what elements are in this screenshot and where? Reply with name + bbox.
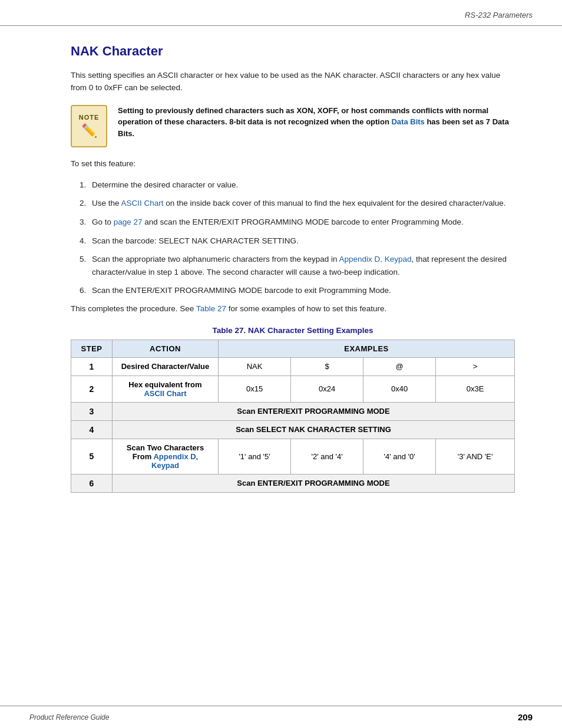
table-row-5: 5 Scan Two Characters From Appendix D, K… [71,439,515,474]
step-1: Determine the desired character or value… [88,179,515,192]
row4-fullspan: Scan SELECT NAK CHARACTER SETTING [113,420,515,439]
table-row-2: 2 Hex equivalent from ASCII Chart 0x15 0… [71,375,515,402]
page27-link[interactable]: page 27 [114,218,143,226]
row2-step: 2 [71,375,113,402]
footer-left: Product Reference Guide [29,713,109,722]
page-header: RS-232 Parameters [0,0,562,26]
row1-ex3: @ [363,357,436,375]
note-box: NOTE ✏️ Setting to previously defined ch… [71,105,515,147]
row5-ex2: '2' and '4' [291,439,363,474]
table-row-4: 4 Scan SELECT NAK CHARACTER SETTING [71,420,515,439]
table-row-6: 6 Scan ENTER/EXIT PROGRAMMING MODE [71,474,515,492]
note-icon-container: NOTE ✏️ [71,105,107,147]
row3-step: 3 [71,402,113,420]
table-row-3: 3 Scan ENTER/EXIT PROGRAMMING MODE [71,402,515,420]
appendix-d-keypad-link[interactable]: Appendix D, Key­pad [339,255,411,263]
row2-ex1: 0x15 [219,375,291,402]
step-4: Scan the barcode: SELECT NAK CHARACTER S… [88,235,515,248]
row1-step: 1 [71,357,113,375]
row2-ex4: 0x3E [436,375,515,402]
row5-action: Scan Two Characters From Appendix D, Key… [113,439,219,474]
row2-ex2: 0x24 [291,375,363,402]
th-examples: EXAMPLES [219,340,515,357]
footer-page-number: 209 [518,712,533,722]
section-title: NAK Character [71,44,515,59]
row3-fullspan: Scan ENTER/EXIT PROGRAMMING MODE [113,402,515,420]
step-5: Scan the appropriate two alphanumeric ch… [88,253,515,278]
note-text: Setting to previously defined characters… [118,105,515,140]
row1-ex2: $ [291,357,363,375]
row2-action: Hex equivalent from ASCII Chart [113,375,219,402]
ascii-chart-link-table[interactable]: ASCII Chart [144,389,186,398]
table-header-row: STEP ACTION EXAMPLES [71,340,515,357]
row2-ex3: 0x40 [363,375,436,402]
nak-table: STEP ACTION EXAMPLES 1 Desired Character… [71,340,515,493]
page: RS-232 Parameters NAK Character This set… [0,0,562,728]
conclusion-text: This completes the procedure. See Table … [71,303,515,315]
appendix-d-link-table[interactable]: Appendix D, Keypad [151,452,198,470]
note-icon-inner: NOTE ✏️ [71,105,107,147]
row5-ex3: '4' and '0' [363,439,436,474]
th-action: ACTION [113,340,219,357]
set-feature-intro: To set this feature: [71,158,515,170]
step-2: Use the ASCII Chart on the inside back c… [88,197,515,210]
table-title: Table 27. NAK Character Setting Examples [71,326,515,335]
note-pencil-icon: ✏️ [81,123,97,139]
main-content: NAK Character This setting specifies an … [0,26,562,522]
row6-step: 6 [71,474,113,492]
row6-fullspan: Scan ENTER/EXIT PROGRAMMING MODE [113,474,515,492]
note-label: NOTE [79,114,100,121]
page-footer: Product Reference Guide 209 [0,706,562,728]
row5-ex1: '1' and '5' [219,439,291,474]
note-data-bits-link[interactable]: Data Bits [391,117,424,126]
table27-link[interactable]: Table 27 [196,304,226,313]
row1-action: Desired Character/Value [113,357,219,375]
note-bold-text: Setting to previously defined characters… [118,106,509,138]
ascii-chart-link-step2[interactable]: ASCII Chart [121,199,164,207]
row5-step: 5 [71,439,113,474]
row5-ex4: '3' AND 'E' [436,439,515,474]
row1-ex1: NAK [219,357,291,375]
table-row-1: 1 Desired Character/Value NAK $ @ > [71,357,515,375]
step-3: Go to page 27 and scan the ENTER/EXIT PR… [88,216,515,229]
intro-text: This setting specifies an ASCII characte… [71,70,515,94]
row1-ex4: > [436,357,515,375]
th-step: STEP [71,340,113,357]
row4-step: 4 [71,420,113,439]
steps-list: Determine the desired character or value… [88,179,515,297]
step-6: Scan the ENTER/EXIT PROGRAMMING MODE bar… [88,284,515,297]
header-title: RS-232 Parameters [465,11,533,19]
